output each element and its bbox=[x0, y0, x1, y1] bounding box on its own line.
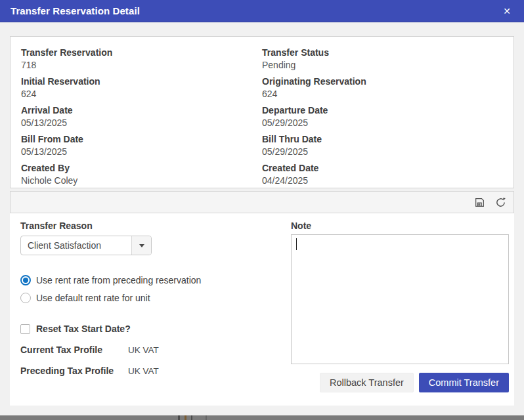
field-value: 05/13/2025 bbox=[21, 117, 262, 129]
field-label: Departure Date bbox=[262, 104, 503, 117]
note-textarea[interactable] bbox=[291, 234, 509, 364]
field-label: Initial Reservation bbox=[21, 75, 262, 88]
text-cursor bbox=[296, 238, 297, 250]
field-value: Nichole Coley bbox=[21, 175, 262, 187]
field-arrival-date: Arrival Date 05/13/2025 bbox=[21, 100, 262, 129]
close-icon[interactable]: ✕ bbox=[500, 5, 513, 18]
field-label: Bill From Date bbox=[21, 133, 262, 146]
field-value: 624 bbox=[21, 88, 262, 100]
transfer-reservation-dialog: Transfer Reservation Detail ✕ Transfer R… bbox=[0, 0, 524, 420]
radio-label: Use rent rate from preceding reservation bbox=[36, 275, 201, 285]
dialog-title: Transfer Reservation Detail bbox=[11, 5, 140, 16]
field-value: 05/29/2025 bbox=[262, 117, 503, 129]
form-toolbar bbox=[10, 191, 514, 213]
field-label: Originating Reservation bbox=[262, 75, 503, 88]
field-value: Pending bbox=[262, 59, 503, 72]
dialog-header: Transfer Reservation Detail ✕ bbox=[0, 0, 524, 22]
dialog-action-buttons: Rollback Transfer Commit Transfer bbox=[291, 373, 509, 392]
field-label: Bill Thru Date bbox=[262, 133, 503, 146]
radio-use-default-rent-rate[interactable]: Use default rent rate for unit bbox=[20, 289, 291, 306]
reset-tax-start-date-checkbox[interactable]: Reset Tax Start Date? bbox=[20, 324, 291, 334]
radio-selected-icon bbox=[20, 275, 31, 285]
rollback-transfer-button[interactable]: Rollback Transfer bbox=[320, 373, 414, 392]
field-departure-date: Departure Date 05/29/2025 bbox=[262, 100, 503, 129]
preceding-tax-profile-value: UK VAT bbox=[128, 366, 159, 376]
transfer-reason-dropdown[interactable]: Client Satisfaction bbox=[20, 236, 152, 255]
field-bill-from-date: Bill From Date 05/13/2025 bbox=[21, 129, 262, 158]
field-initial-reservation: Initial Reservation 624 bbox=[21, 72, 262, 100]
checkbox-icon bbox=[20, 324, 30, 334]
radio-unselected-icon bbox=[20, 293, 31, 303]
field-label: Transfer Status bbox=[262, 47, 503, 59]
field-label: Created Date bbox=[262, 162, 503, 175]
field-value: 04/24/2025 bbox=[262, 175, 503, 187]
field-bill-thru-date: Bill Thru Date 05/29/2025 bbox=[262, 129, 503, 158]
field-transfer-reservation: Transfer Reservation 718 bbox=[21, 43, 262, 72]
chevron-down-icon bbox=[139, 244, 144, 247]
dropdown-button[interactable] bbox=[131, 236, 151, 255]
field-created-date: Created Date 04/24/2025 bbox=[262, 158, 503, 187]
background-page-edge bbox=[0, 415, 524, 420]
note-label: Note bbox=[291, 220, 509, 232]
dialog-body: Transfer Reservation 718 Transfer Status… bbox=[0, 22, 524, 415]
refresh-icon[interactable] bbox=[495, 197, 506, 208]
checkbox-label: Reset Tax Start Date? bbox=[36, 324, 131, 334]
field-value: 624 bbox=[262, 88, 503, 100]
radio-use-preceding-rent-rate[interactable]: Use rent rate from preceding reservation bbox=[20, 271, 291, 289]
transfer-form: Transfer Reason Client Satisfaction Use … bbox=[10, 213, 514, 406]
form-right-column: Note Rollback Transfer Commit Transfer bbox=[291, 220, 509, 406]
field-value: 05/13/2025 bbox=[21, 146, 262, 158]
field-value: 05/29/2025 bbox=[262, 146, 503, 158]
preceding-tax-profile-label: Preceding Tax Profile bbox=[20, 366, 128, 376]
preceding-tax-profile-row: Preceding Tax Profile UK VAT bbox=[20, 366, 291, 376]
transfer-reason-value: Client Satisfaction bbox=[21, 236, 131, 255]
field-created-by: Created By Nichole Coley bbox=[21, 158, 262, 187]
field-label: Arrival Date bbox=[21, 104, 262, 117]
current-tax-profile-value: UK VAT bbox=[128, 345, 159, 355]
field-label: Transfer Reservation bbox=[21, 47, 262, 59]
field-transfer-status: Transfer Status Pending bbox=[262, 43, 503, 72]
background-content-mark bbox=[178, 415, 180, 420]
commit-transfer-button[interactable]: Commit Transfer bbox=[419, 373, 509, 392]
field-value: 718 bbox=[21, 59, 262, 72]
form-left-column: Transfer Reason Client Satisfaction Use … bbox=[20, 220, 291, 406]
field-originating-reservation: Originating Reservation 624 bbox=[262, 72, 503, 100]
background-content-mark bbox=[185, 415, 186, 420]
rent-rate-radio-group: Use rent rate from preceding reservation… bbox=[20, 271, 291, 306]
current-tax-profile-row: Current Tax Profile UK VAT bbox=[20, 345, 291, 355]
transfer-reason-label: Transfer Reason bbox=[20, 220, 291, 232]
background-content-mark bbox=[191, 415, 192, 420]
radio-label: Use default rent rate for unit bbox=[36, 293, 150, 303]
save-icon[interactable] bbox=[474, 197, 485, 208]
field-label: Created By bbox=[21, 162, 262, 175]
background-content-mark bbox=[206, 415, 207, 420]
current-tax-profile-label: Current Tax Profile bbox=[20, 345, 128, 355]
reservation-detail-panel: Transfer Reservation 718 Transfer Status… bbox=[10, 36, 514, 188]
